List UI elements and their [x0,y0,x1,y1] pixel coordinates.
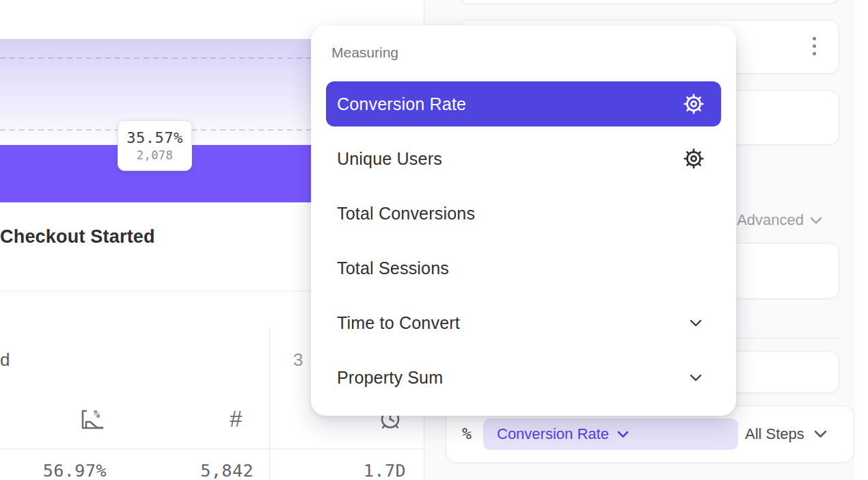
menu-item-property-sum[interactable]: Property Sum [326,355,721,400]
chevron-down-icon [690,374,702,382]
menu-item-total-conversions[interactable]: Total Conversions [326,191,721,236]
tooltip-count: 2,078 [137,148,174,162]
conversion-rate-icon: % [76,405,106,435]
chevron-down-icon [810,217,822,224]
step-title: Checkout Started [0,226,155,248]
advanced-label: Advanced [737,211,804,229]
table-step-label-right: 3 [293,349,303,371]
menu-item-unique-users[interactable]: Unique Users [326,136,721,181]
menu-item-label: Time to Convert [337,313,690,333]
measuring-chip-label: Conversion Rate [497,425,609,443]
menu-item-label: Unique Users [337,149,683,169]
total-count-icon: # [230,406,242,432]
gear-icon[interactable] [683,93,705,115]
menu-item-time-to-convert[interactable]: Time to Convert [326,300,721,345]
chart-tooltip: 35.57% 2,078 [118,120,192,171]
steps-selector-label: All Steps [745,425,804,443]
measuring-dropdown: Measuring Conversion Rate Unique Users [311,25,736,416]
chevron-down-icon [814,430,827,438]
funnel-analysis-screen: 35.57% 2,078 Checkout Started d 3 % # [0,0,868,480]
chevron-down-icon [617,431,629,438]
menu-item-total-sessions[interactable]: Total Sessions [326,245,721,291]
measuring-selector-chip[interactable]: Conversion Rate [483,418,738,450]
tooltip-conversion-rate: 35.57% [126,129,182,146]
gear-icon[interactable] [683,148,705,170]
query-step-card-top[interactable] [459,0,839,4]
table-value-total-count: 5,842 [172,461,254,480]
menu-item-label: Conversion Rate [337,94,683,114]
menu-item-label: Total Sessions [337,258,709,278]
table-value-conversion-rate: 56.97% [25,461,107,480]
measuring-menu-header: Measuring [331,44,398,61]
svg-text:%: % [94,408,100,421]
percent-prefix: % [462,425,472,442]
menu-item-label: Property Sum [337,368,690,388]
menu-item-label: Total Conversions [337,204,709,224]
table-value-time-to-convert: 1.7D [324,461,406,480]
menu-item-conversion-rate[interactable]: Conversion Rate [326,81,721,126]
table-column-divider [269,327,270,480]
steps-selector[interactable]: All Steps [745,425,827,443]
table-row-divider [0,449,424,449]
table-step-label-left: d [0,349,10,371]
kebab-menu-icon[interactable] [810,36,818,57]
chevron-down-icon [690,319,702,327]
